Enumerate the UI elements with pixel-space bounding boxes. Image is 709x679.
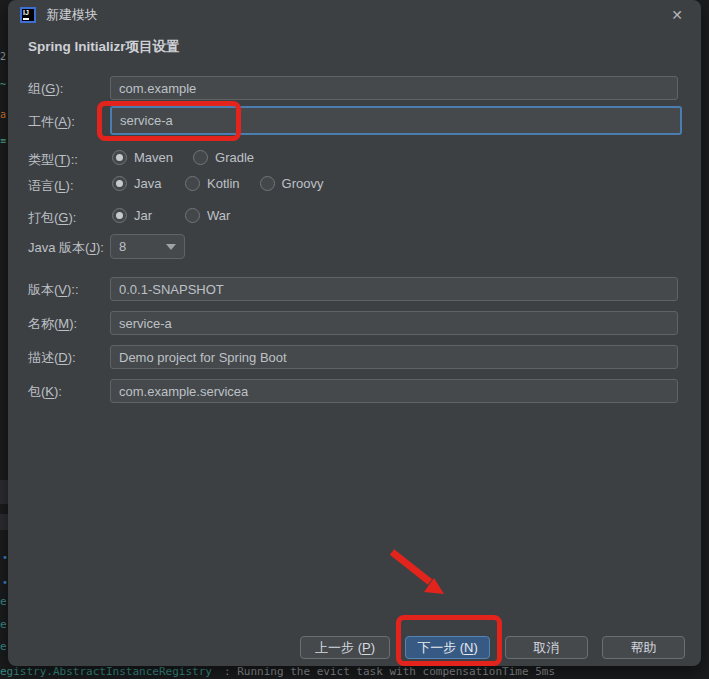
radio-button-icon [193,150,208,165]
code-fragment: e [0,642,7,652]
description-label: 描述(D): [28,349,76,367]
log-logger-name: egistry.AbstractInstanceRegistry [0,665,212,678]
artifact-input[interactable] [110,106,682,135]
radio-button-icon [260,176,275,191]
radio-label: Jar [134,208,152,223]
radio-kotlin[interactable]: Kotlin [185,176,240,191]
package-label: 包(K): [28,383,62,401]
radio-label: War [207,208,230,223]
console-log-line: egistry.AbstractInstanceRegistry: Runnin… [0,665,709,678]
close-icon[interactable]: ✕ [665,7,689,23]
intellij-logo-underline [23,18,29,20]
log-message: : Running the evict task with compensati… [224,665,555,678]
type-radio-group: Maven Gradle [112,150,274,165]
dialog-titlebar: IJ 新建模块 ✕ [8,0,701,30]
cancel-button[interactable]: 取消 [505,636,588,659]
code-fragment: ≡ [0,136,6,146]
next-step-button[interactable]: 下一步 (N) [405,636,490,659]
radio-button-icon [112,176,127,191]
radio-label: Maven [134,150,173,165]
code-fragment: a [0,110,6,120]
group-label: 组(G): [28,80,63,98]
java-version-dropdown[interactable]: 8 [110,234,185,259]
code-fragment: ~ [0,80,6,90]
help-button[interactable]: 帮助 [602,636,685,659]
new-module-dialog: IJ 新建模块 ✕ Spring Initializr项目设置 组(G): 工件… [8,0,701,666]
name-input[interactable] [110,311,678,335]
intellij-logo-icon: IJ [20,7,36,23]
chevron-down-icon [166,244,176,250]
packaging-label: 打包(G): [28,209,76,227]
radio-jar[interactable]: Jar [112,208,165,223]
packaging-radio-group: Jar War [112,208,250,223]
radio-button-icon [185,176,200,191]
annotation-arrow [378,546,456,606]
radio-gradle[interactable]: Gradle [193,150,254,165]
dialog-title: 新建模块 [46,6,98,24]
radio-label: Gradle [215,150,254,165]
group-input[interactable] [110,76,678,100]
version-label: 版本(V):: [28,281,79,299]
package-input[interactable] [110,379,678,403]
radio-button-icon [185,208,200,223]
java-version-value: 8 [119,239,126,254]
radio-maven[interactable]: Maven [112,150,173,165]
radio-label: Groovy [282,176,324,191]
radio-war[interactable]: War [185,208,230,223]
code-fragment: e [0,620,7,630]
section-header: Spring Initializr项目设置 [28,38,180,56]
radio-label: Java [134,176,161,191]
radio-java[interactable]: Java [112,176,165,191]
code-fragment: e [0,597,7,607]
intellij-logo-text: IJ [23,9,29,17]
artifact-label: 工件(A): [28,113,75,131]
radio-label: Kotlin [207,176,240,191]
radio-button-icon [112,208,127,223]
java-version-label: Java 版本(J): [28,239,104,257]
name-label: 名称(M): [28,315,77,333]
radio-button-icon [112,150,127,165]
language-label: 语言(L): [28,177,74,195]
code-fragment: 2 [0,52,6,62]
radio-groovy[interactable]: Groovy [260,176,324,191]
version-input[interactable] [110,277,678,301]
previous-step-button[interactable]: 上一步 (P) [300,636,390,659]
type-label: 类型(T):: [28,151,78,169]
language-radio-group: Java Kotlin Groovy [112,176,343,191]
description-input[interactable] [110,345,678,369]
